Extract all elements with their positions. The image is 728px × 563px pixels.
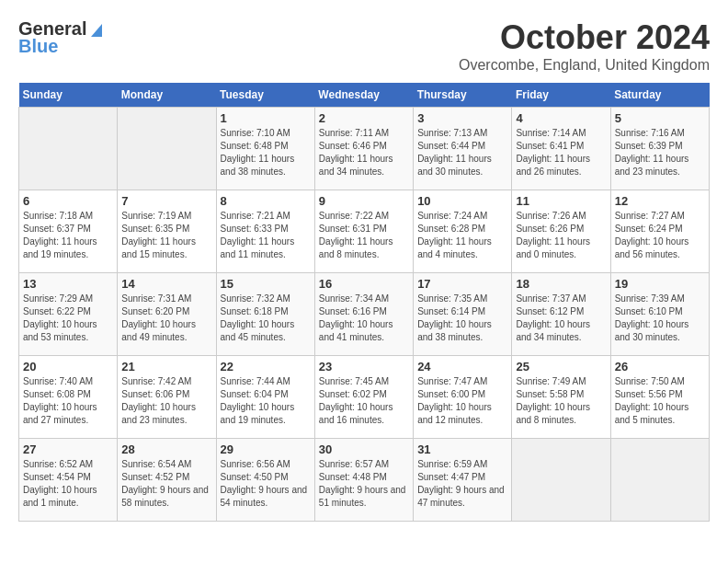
day-info: Sunrise: 7:13 AM Sunset: 6:44 PM Dayligh… bbox=[417, 127, 507, 178]
sunset-text: Sunset: 5:56 PM bbox=[615, 389, 683, 399]
calendar-cell: 26 Sunrise: 7:50 AM Sunset: 5:56 PM Dayl… bbox=[610, 356, 709, 439]
day-number: 23 bbox=[319, 360, 409, 373]
sunset-text: Sunset: 5:58 PM bbox=[516, 389, 584, 399]
sunrise-text: Sunrise: 7:37 AM bbox=[516, 293, 586, 304]
day-info: Sunrise: 7:49 AM Sunset: 5:58 PM Dayligh… bbox=[516, 375, 606, 427]
daylight-text: Daylight: 10 hours and 16 minutes. bbox=[319, 402, 393, 425]
calendar-header-row: SundayMondayTuesdayWednesdayThursdayFrid… bbox=[19, 83, 710, 108]
daylight-text: Daylight: 10 hours and 41 minutes. bbox=[319, 319, 393, 342]
sunset-text: Sunset: 4:47 PM bbox=[417, 472, 485, 482]
sunrise-text: Sunrise: 7:42 AM bbox=[121, 376, 191, 386]
calendar-week-5: 27 Sunrise: 6:52 AM Sunset: 4:54 PM Dayl… bbox=[19, 439, 710, 522]
calendar-header-saturday: Saturday bbox=[610, 83, 709, 108]
sunrise-text: Sunrise: 7:50 AM bbox=[615, 376, 685, 386]
sunset-text: Sunset: 6:48 PM bbox=[221, 141, 289, 151]
sunrise-text: Sunrise: 7:14 AM bbox=[516, 128, 586, 138]
day-number: 13 bbox=[23, 277, 113, 291]
daylight-text: Daylight: 11 hours and 26 minutes. bbox=[516, 154, 590, 177]
day-number: 2 bbox=[319, 111, 409, 125]
calendar-cell bbox=[118, 108, 216, 190]
daylight-text: Daylight: 9 hours and 54 minutes. bbox=[221, 485, 308, 508]
day-number: 20 bbox=[23, 360, 113, 373]
sunset-text: Sunset: 4:54 PM bbox=[23, 472, 91, 482]
sunset-text: Sunset: 6:14 PM bbox=[417, 306, 485, 316]
day-info: Sunrise: 7:26 AM Sunset: 6:26 PM Dayligh… bbox=[516, 210, 606, 261]
day-number: 24 bbox=[417, 360, 507, 373]
sunrise-text: Sunrise: 7:13 AM bbox=[417, 128, 487, 138]
daylight-text: Daylight: 10 hours and 27 minutes. bbox=[23, 402, 97, 425]
sunset-text: Sunset: 6:24 PM bbox=[615, 224, 683, 234]
day-number: 6 bbox=[23, 194, 113, 208]
sunrise-text: Sunrise: 7:35 AM bbox=[417, 293, 487, 304]
day-info: Sunrise: 7:29 AM Sunset: 6:22 PM Dayligh… bbox=[23, 293, 113, 344]
calendar-cell: 22 Sunrise: 7:44 AM Sunset: 6:04 PM Dayl… bbox=[216, 356, 314, 439]
logo-triangle-icon bbox=[87, 20, 106, 39]
sunset-text: Sunset: 6:18 PM bbox=[221, 306, 289, 316]
daylight-text: Daylight: 10 hours and 12 minutes. bbox=[417, 402, 492, 425]
day-number: 26 bbox=[615, 360, 705, 373]
day-number: 31 bbox=[417, 442, 507, 456]
daylight-text: Daylight: 10 hours and 45 minutes. bbox=[221, 319, 295, 342]
day-info: Sunrise: 7:18 AM Sunset: 6:37 PM Dayligh… bbox=[23, 210, 113, 261]
sunset-text: Sunset: 6:28 PM bbox=[417, 224, 485, 234]
day-number: 4 bbox=[516, 111, 606, 125]
calendar-cell: 11 Sunrise: 7:26 AM Sunset: 6:26 PM Dayl… bbox=[512, 190, 610, 273]
sunset-text: Sunset: 4:50 PM bbox=[221, 472, 289, 482]
sunset-text: Sunset: 6:02 PM bbox=[319, 389, 387, 399]
sunrise-text: Sunrise: 7:26 AM bbox=[516, 211, 586, 221]
sunrise-text: Sunrise: 6:54 AM bbox=[121, 459, 191, 469]
day-info: Sunrise: 7:50 AM Sunset: 5:56 PM Dayligh… bbox=[615, 375, 705, 427]
day-info: Sunrise: 7:31 AM Sunset: 6:20 PM Dayligh… bbox=[121, 293, 211, 344]
sunset-text: Sunset: 6:10 PM bbox=[615, 306, 683, 316]
day-info: Sunrise: 7:21 AM Sunset: 6:33 PM Dayligh… bbox=[221, 210, 311, 261]
calendar-cell: 30 Sunrise: 6:57 AM Sunset: 4:48 PM Dayl… bbox=[314, 439, 413, 522]
day-info: Sunrise: 7:35 AM Sunset: 6:14 PM Dayligh… bbox=[417, 293, 507, 344]
sunrise-text: Sunrise: 7:31 AM bbox=[121, 293, 191, 304]
day-number: 7 bbox=[121, 194, 211, 208]
day-number: 9 bbox=[319, 194, 409, 208]
calendar-week-3: 13 Sunrise: 7:29 AM Sunset: 6:22 PM Dayl… bbox=[19, 273, 710, 356]
daylight-text: Daylight: 11 hours and 4 minutes. bbox=[417, 236, 492, 259]
sunset-text: Sunset: 6:46 PM bbox=[319, 141, 387, 151]
month-title: October 2024 bbox=[459, 18, 710, 57]
sunset-text: Sunset: 6:20 PM bbox=[121, 306, 189, 316]
day-info: Sunrise: 7:40 AM Sunset: 6:08 PM Dayligh… bbox=[23, 375, 113, 427]
day-info: Sunrise: 6:57 AM Sunset: 4:48 PM Dayligh… bbox=[319, 458, 409, 510]
day-info: Sunrise: 7:10 AM Sunset: 6:48 PM Dayligh… bbox=[221, 127, 311, 178]
daylight-text: Daylight: 11 hours and 34 minutes. bbox=[319, 154, 393, 177]
sunset-text: Sunset: 6:41 PM bbox=[516, 141, 584, 151]
day-number: 30 bbox=[319, 442, 409, 456]
sunset-text: Sunset: 6:06 PM bbox=[121, 389, 189, 399]
calendar-cell: 28 Sunrise: 6:54 AM Sunset: 4:52 PM Dayl… bbox=[118, 439, 216, 522]
day-number: 1 bbox=[221, 111, 311, 125]
daylight-text: Daylight: 9 hours and 51 minutes. bbox=[319, 485, 406, 508]
daylight-text: Daylight: 11 hours and 8 minutes. bbox=[319, 236, 393, 259]
daylight-text: Daylight: 10 hours and 19 minutes. bbox=[221, 402, 295, 425]
sunrise-text: Sunrise: 7:10 AM bbox=[221, 128, 290, 138]
daylight-text: Daylight: 11 hours and 19 minutes. bbox=[23, 236, 97, 259]
sunrise-text: Sunrise: 7:40 AM bbox=[23, 376, 93, 386]
daylight-text: Daylight: 10 hours and 1 minute. bbox=[23, 485, 97, 508]
day-number: 3 bbox=[417, 111, 507, 125]
calendar-table: SundayMondayTuesdayWednesdayThursdayFrid… bbox=[18, 83, 710, 522]
sunrise-text: Sunrise: 7:24 AM bbox=[417, 211, 487, 221]
sunrise-text: Sunrise: 7:49 AM bbox=[516, 376, 586, 386]
sunset-text: Sunset: 6:31 PM bbox=[319, 224, 387, 234]
daylight-text: Daylight: 11 hours and 23 minutes. bbox=[615, 154, 689, 177]
day-number: 27 bbox=[23, 442, 113, 456]
calendar-cell: 6 Sunrise: 7:18 AM Sunset: 6:37 PM Dayli… bbox=[19, 190, 118, 273]
sunrise-text: Sunrise: 7:29 AM bbox=[23, 293, 93, 304]
page-header: General Blue October 2024 Overcombe, Eng… bbox=[18, 18, 710, 74]
sunset-text: Sunset: 4:52 PM bbox=[121, 472, 189, 482]
day-number: 17 bbox=[417, 277, 507, 291]
calendar-cell: 17 Sunrise: 7:35 AM Sunset: 6:14 PM Dayl… bbox=[414, 273, 512, 356]
sunset-text: Sunset: 6:22 PM bbox=[23, 306, 91, 316]
sunrise-text: Sunrise: 7:32 AM bbox=[221, 293, 290, 304]
day-info: Sunrise: 7:45 AM Sunset: 6:02 PM Dayligh… bbox=[319, 375, 409, 427]
calendar-cell: 8 Sunrise: 7:21 AM Sunset: 6:33 PM Dayli… bbox=[216, 190, 314, 273]
calendar-cell: 27 Sunrise: 6:52 AM Sunset: 4:54 PM Dayl… bbox=[19, 439, 118, 522]
daylight-text: Daylight: 11 hours and 11 minutes. bbox=[221, 236, 295, 259]
calendar-cell: 25 Sunrise: 7:49 AM Sunset: 5:58 PM Dayl… bbox=[512, 356, 610, 439]
daylight-text: Daylight: 11 hours and 30 minutes. bbox=[417, 154, 492, 177]
calendar-week-1: 1 Sunrise: 7:10 AM Sunset: 6:48 PM Dayli… bbox=[19, 108, 710, 190]
